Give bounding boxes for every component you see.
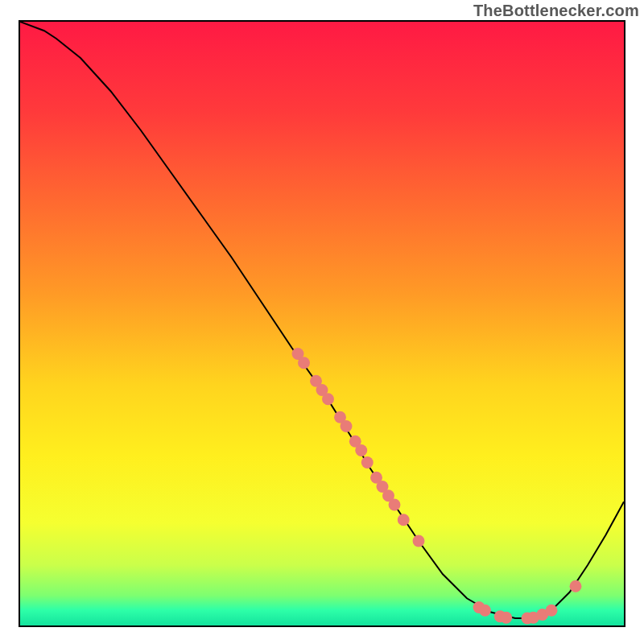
- data-point: [355, 444, 367, 456]
- data-point: [500, 612, 512, 624]
- background-gradient: [20, 22, 624, 625]
- data-point: [341, 420, 353, 432]
- data-point: [298, 357, 310, 369]
- data-point: [389, 499, 401, 511]
- data-point: [398, 514, 410, 526]
- data-point: [546, 605, 558, 617]
- data-point: [413, 535, 425, 547]
- data-point: [322, 393, 334, 405]
- data-point: [361, 456, 374, 469]
- chart-svg: [20, 22, 624, 625]
- data-point: [479, 605, 491, 617]
- attribution-text: TheBottlenecker.com: [473, 2, 639, 20]
- gradient-chart: [19, 20, 625, 627]
- data-point: [570, 580, 582, 592]
